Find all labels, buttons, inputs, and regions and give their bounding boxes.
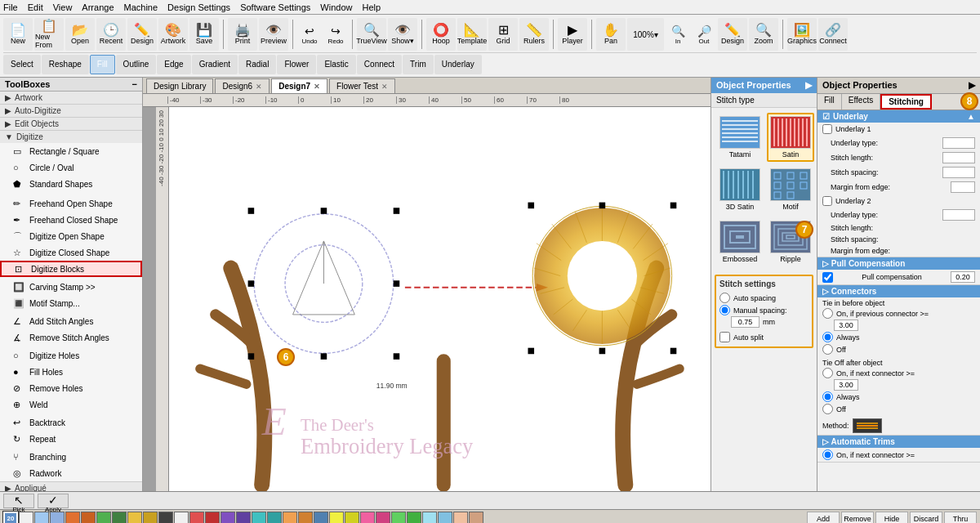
rectangle-tool[interactable]: ▭Rectangle / Square bbox=[0, 143, 142, 159]
freehand-closed-tool[interactable]: ✒Freehand Closed Shape bbox=[0, 212, 142, 228]
underlay2-checkbox[interactable] bbox=[822, 196, 832, 206]
color-swatch-9[interactable] bbox=[143, 512, 158, 524]
always2-radio[interactable] bbox=[822, 391, 833, 402]
tatami-stitch[interactable]: Tatami bbox=[716, 113, 764, 162]
grid-button[interactable]: ⊞Grid bbox=[488, 18, 518, 51]
motif-stitch[interactable]: Motif bbox=[767, 165, 814, 214]
remove-stitch-angles-tool[interactable]: ∡Remove Stitch Angles bbox=[0, 329, 142, 346]
embossed-stitch[interactable]: Embossed bbox=[716, 217, 764, 266]
tab-design-library[interactable]: Design Library bbox=[146, 78, 213, 93]
freehand-open-tool[interactable]: ✏Freehand Open Shape bbox=[0, 195, 142, 212]
pull-comp-checkbox[interactable] bbox=[822, 272, 833, 283]
tab-design7-close[interactable]: ✕ bbox=[314, 83, 320, 91]
color-swatch-21[interactable] bbox=[329, 512, 344, 524]
color-swatch-29[interactable] bbox=[453, 512, 468, 524]
digitize-holes-tool[interactable]: ○Digitize Holes bbox=[0, 347, 142, 364]
off-radio[interactable] bbox=[822, 344, 833, 355]
color-swatch-27[interactable] bbox=[422, 512, 437, 524]
margin-edge-input[interactable] bbox=[951, 181, 975, 193]
manual-spacing-radio[interactable] bbox=[719, 305, 730, 315]
new-button[interactable]: 📄New bbox=[3, 18, 33, 51]
color-swatch-17[interactable] bbox=[267, 512, 282, 524]
select-tool[interactable]: Select bbox=[3, 55, 41, 74]
fill-tool[interactable]: Fill bbox=[90, 55, 115, 74]
color-swatch-18[interactable] bbox=[283, 512, 297, 524]
weld-tool[interactable]: ⊕Weld bbox=[0, 396, 142, 413]
color-swatch-19[interactable] bbox=[298, 512, 313, 524]
elastic-tool[interactable]: Elastic bbox=[317, 55, 355, 74]
connect-tool[interactable]: Connect bbox=[357, 55, 402, 74]
auto-trim-radio[interactable] bbox=[822, 449, 833, 460]
hoop-button[interactable]: ⭕Hoop bbox=[426, 18, 456, 51]
3d-satin-stitch[interactable]: 3D Satin bbox=[716, 165, 764, 214]
show-button[interactable]: 👁️Show▾ bbox=[388, 18, 417, 51]
carving-stamp-tool[interactable]: 🔲Carving Stamp >> bbox=[0, 279, 142, 295]
satin-stitch[interactable]: Satin bbox=[767, 113, 814, 162]
off2-radio[interactable] bbox=[822, 404, 833, 414]
branching-tool[interactable]: ⑂Branching bbox=[0, 449, 142, 465]
color-swatch-22[interactable] bbox=[345, 512, 359, 524]
color-swatch-26[interactable] bbox=[407, 512, 421, 524]
motif-stamp-tool[interactable]: 🔳Motif Stamp... bbox=[0, 295, 142, 311]
color-swatch-23[interactable] bbox=[360, 512, 375, 524]
color-swatch-8[interactable] bbox=[127, 512, 142, 524]
reshape-tool[interactable]: Reshape bbox=[42, 55, 89, 74]
radwork-tool[interactable]: ◎Radwork bbox=[0, 465, 142, 481]
menu-machine[interactable]: Machine bbox=[124, 2, 158, 12]
digitize-closed-tool[interactable]: ☆Digitize Closed Shape bbox=[0, 244, 142, 261]
artwork-section-title[interactable]: ▶ Artwork bbox=[0, 92, 142, 104]
color-swatch-1[interactable] bbox=[19, 512, 33, 524]
canvas-container[interactable]: -40 -30 -20 -10 0 10 20 30 40 50 60 70 8… bbox=[143, 94, 710, 491]
underlay-collapse[interactable]: ▲ bbox=[967, 112, 975, 121]
save-button[interactable]: 💾Save bbox=[189, 18, 219, 51]
always-radio[interactable] bbox=[822, 332, 833, 342]
color-swatch-6[interactable] bbox=[96, 512, 111, 524]
zoom-button[interactable]: 🔍Zoom bbox=[749, 18, 778, 51]
underlay-type-input[interactable] bbox=[942, 137, 975, 149]
color-swatch-15[interactable] bbox=[236, 512, 251, 524]
design2-button[interactable]: ✏️Design bbox=[718, 18, 747, 51]
stitch-spacing-input[interactable] bbox=[942, 167, 975, 178]
color-swatch-28[interactable] bbox=[438, 512, 452, 524]
color-swatch-12[interactable] bbox=[189, 512, 204, 524]
pull-comp-input[interactable] bbox=[951, 271, 975, 283]
tab-flower-test-close[interactable]: ✕ bbox=[381, 83, 388, 91]
next-value-input[interactable] bbox=[834, 379, 858, 391]
color-swatch-5[interactable] bbox=[81, 512, 96, 524]
trim-tool[interactable]: Trim bbox=[403, 55, 434, 74]
connector-value-input[interactable] bbox=[834, 320, 858, 331]
pick-button[interactable]: ↖ Pick bbox=[3, 494, 34, 508]
print-button[interactable]: 🖨️Print bbox=[228, 18, 257, 51]
add-stitch-angles-tool[interactable]: ∠Add Stitch Angles bbox=[0, 313, 142, 329]
zoom-out-button[interactable]: 🔎Out bbox=[692, 18, 716, 51]
color-swatch-active[interactable]: 20 bbox=[3, 512, 18, 524]
on-if-next-radio[interactable] bbox=[822, 368, 833, 378]
digitize-open-tool[interactable]: ⌒Digitize Open Shape bbox=[0, 228, 142, 244]
color-swatch-7[interactable] bbox=[112, 512, 127, 524]
menu-window[interactable]: Window bbox=[320, 2, 352, 12]
color-swatch-3[interactable] bbox=[50, 512, 65, 524]
preview-button[interactable]: 👁️Preview bbox=[259, 18, 288, 51]
effects-tab[interactable]: Effects bbox=[842, 94, 880, 110]
digitize-blocks-tool[interactable]: ⊡ Digitize Blocks bbox=[0, 261, 142, 277]
on-if-prev-radio[interactable] bbox=[822, 308, 833, 319]
add-color-button[interactable]: Add bbox=[807, 512, 840, 524]
applique-section-title[interactable]: ▶ Appliqué bbox=[0, 482, 142, 491]
canvas-area[interactable]: -40 -30 -20 -10 0 10 20 30 bbox=[156, 107, 710, 491]
menu-software-settings[interactable]: Software Settings bbox=[240, 2, 310, 12]
edit-objects-section-title[interactable]: ▶ Edit Objects bbox=[0, 118, 142, 130]
color-swatch-30[interactable] bbox=[469, 512, 483, 524]
discard-color-button[interactable]: Discard bbox=[910, 512, 942, 524]
right-panel-expand[interactable]: ▶ bbox=[969, 80, 975, 91]
color-swatch-14[interactable] bbox=[220, 512, 235, 524]
color-swatch-25[interactable] bbox=[391, 512, 406, 524]
method-icon[interactable] bbox=[853, 418, 882, 433]
auto-digitize-section-title[interactable]: ▶ Auto-Digitize bbox=[0, 105, 142, 117]
artwork-button[interactable]: 🎨Artwork bbox=[158, 18, 188, 51]
zoom-level-button[interactable]: 100%▾ bbox=[627, 18, 664, 51]
backtrack-tool[interactable]: ↩Backtrack bbox=[0, 414, 142, 431]
auto-split-checkbox[interactable] bbox=[719, 332, 730, 342]
design-button[interactable]: ✏️Design bbox=[127, 18, 157, 51]
menu-edit[interactable]: Edit bbox=[28, 2, 43, 12]
tab-design6-close[interactable]: ✕ bbox=[256, 83, 262, 91]
